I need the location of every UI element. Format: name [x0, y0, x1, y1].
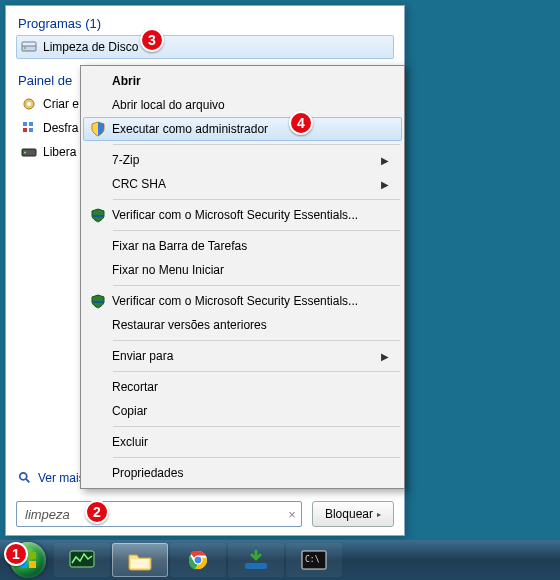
cmd-icon: C:\ — [300, 549, 328, 571]
callout-badge-3: 3 — [140, 28, 164, 52]
search-wrap: × — [16, 501, 302, 527]
result-label: Criar e — [43, 97, 79, 111]
ctx-restore-previous[interactable]: Restaurar versões anteriores — [83, 313, 402, 337]
svg-rect-5 — [23, 122, 27, 126]
chrome-icon — [184, 549, 212, 571]
ctx-copy[interactable]: Copiar — [83, 399, 402, 423]
svg-rect-22 — [245, 563, 267, 569]
ctx-separator — [113, 285, 400, 286]
ctx-run-as-admin[interactable]: Executar como administrador — [83, 117, 402, 141]
drive-icon — [21, 144, 37, 160]
ctx-separator — [113, 199, 400, 200]
svg-point-2 — [24, 47, 26, 49]
disk-cleanup-icon — [21, 39, 37, 55]
search-input[interactable] — [16, 501, 302, 527]
ctx-7zip[interactable]: 7-Zip ▶ — [83, 148, 402, 172]
taskbar-item-downloader[interactable] — [228, 543, 284, 577]
ctx-separator — [113, 230, 400, 231]
taskbar: C:\ — [0, 540, 560, 580]
chevron-right-icon: ▶ — [381, 179, 395, 190]
taskbar-item-chrome[interactable] — [170, 543, 226, 577]
result-label: Libera — [43, 145, 76, 159]
ctx-separator — [113, 144, 400, 145]
svg-rect-1 — [22, 42, 36, 46]
lock-button[interactable]: Bloquear ▸ — [312, 501, 394, 527]
svg-point-11 — [20, 473, 27, 480]
taskbar-item-task-manager[interactable] — [54, 543, 110, 577]
svg-rect-18 — [131, 559, 149, 568]
ctx-pin-taskbar[interactable]: Fixar na Barra de Tarefas — [83, 234, 402, 258]
chevron-right-icon: ▶ — [381, 155, 395, 166]
ctx-open-location[interactable]: Abrir local do arquivo — [83, 93, 402, 117]
ctx-separator — [113, 457, 400, 458]
result-disk-cleanup[interactable]: Limpeza de Disco — [16, 35, 394, 59]
ctx-verify-mse-2[interactable]: Verificar com o Microsoft Security Essen… — [83, 289, 402, 313]
result-label: Desfra — [43, 121, 78, 135]
search-icon — [18, 471, 32, 485]
ctx-crc-sha[interactable]: CRC SHA ▶ — [83, 172, 402, 196]
ctx-open[interactable]: Abrir — [83, 69, 402, 93]
svg-rect-16 — [29, 561, 36, 568]
ctx-cut[interactable]: Recortar — [83, 375, 402, 399]
folder-icon — [126, 549, 154, 571]
svg-rect-6 — [29, 122, 33, 126]
chevron-right-icon: ▸ — [377, 510, 381, 519]
svg-point-10 — [24, 152, 26, 154]
svg-rect-8 — [29, 128, 33, 132]
download-icon — [242, 549, 270, 571]
callout-badge-2: 2 — [85, 500, 109, 524]
chevron-right-icon: ▶ — [381, 351, 395, 362]
callout-badge-1: 1 — [4, 542, 28, 566]
context-menu: Abrir Abrir local do arquivo Executar co… — [80, 65, 405, 489]
svg-rect-14 — [29, 552, 36, 559]
svg-point-4 — [27, 102, 31, 106]
ctx-verify-mse[interactable]: Verificar com o Microsoft Security Essen… — [83, 203, 402, 227]
ctx-pin-start[interactable]: Fixar no Menu Iniciar — [83, 258, 402, 282]
ctx-separator — [113, 426, 400, 427]
lock-button-label: Bloquear — [325, 507, 373, 521]
section-programs-header: Programas (1) — [6, 6, 404, 35]
svg-line-12 — [26, 479, 30, 483]
gear-icon — [21, 96, 37, 112]
ctx-properties[interactable]: Propriedades — [83, 461, 402, 485]
clear-search-icon[interactable]: × — [288, 507, 296, 522]
svg-rect-7 — [23, 128, 27, 132]
ctx-send-to[interactable]: Enviar para ▶ — [83, 344, 402, 368]
mse-icon — [84, 207, 112, 223]
monitor-icon — [68, 549, 96, 571]
svg-text:C:\: C:\ — [305, 555, 320, 564]
ctx-separator — [113, 371, 400, 372]
taskbar-item-explorer[interactable] — [112, 543, 168, 577]
mse-icon — [84, 293, 112, 309]
ctx-delete[interactable]: Excluir — [83, 430, 402, 454]
result-label: Limpeza de Disco — [43, 40, 138, 54]
search-row: × Bloquear ▸ — [16, 501, 394, 527]
taskbar-item-cmd[interactable]: C:\ — [286, 543, 342, 577]
defrag-icon — [21, 120, 37, 136]
ctx-separator — [113, 340, 400, 341]
shield-icon — [84, 121, 112, 137]
callout-badge-4: 4 — [289, 111, 313, 135]
